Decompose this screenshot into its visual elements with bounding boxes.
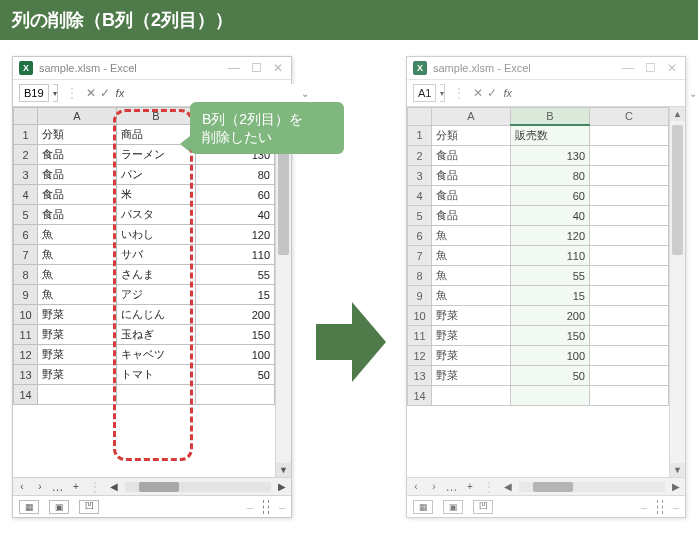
tab-list-menu-button[interactable]: … xyxy=(49,480,67,494)
cell[interactable]: いわし xyxy=(117,225,196,245)
cell[interactable]: 食品 xyxy=(432,146,511,166)
row-header[interactable]: 8 xyxy=(408,266,432,286)
cell[interactable]: 55 xyxy=(196,265,275,285)
row-header[interactable]: 4 xyxy=(14,185,38,205)
cell[interactable]: 50 xyxy=(511,366,590,386)
spreadsheet-grid-before[interactable]: A B C 1分類商品販売数2食品ラーメン1303食品パン804食品米605食品… xyxy=(13,107,275,477)
cell[interactable]: 魚 xyxy=(432,246,511,266)
accept-formula-button[interactable]: ✓ xyxy=(100,86,110,100)
scroll-thumb[interactable] xyxy=(672,125,683,255)
row-header[interactable]: 12 xyxy=(14,345,38,365)
select-all-corner[interactable] xyxy=(14,108,38,125)
formula-bar-expand-icon[interactable]: ⌄ xyxy=(301,88,309,99)
scroll-up-button[interactable]: ▲ xyxy=(670,107,685,121)
row-header[interactable]: 3 xyxy=(408,166,432,186)
cell[interactable]: 200 xyxy=(511,306,590,326)
cell[interactable] xyxy=(38,385,117,405)
horizontal-scrollbar[interactable] xyxy=(519,482,665,492)
cell[interactable]: 150 xyxy=(511,326,590,346)
cell[interactable]: キャベツ xyxy=(117,345,196,365)
row-header[interactable]: 8 xyxy=(14,265,38,285)
page-layout-view-button[interactable]: ▣ xyxy=(443,500,463,514)
cell[interactable]: 110 xyxy=(196,245,275,265)
cell[interactable] xyxy=(590,125,669,146)
cell[interactable]: 米 xyxy=(117,185,196,205)
horizontal-scrollbar[interactable] xyxy=(125,482,271,492)
cell[interactable] xyxy=(590,366,669,386)
window-minimize-button[interactable]: — xyxy=(227,61,241,75)
cell[interactable]: 15 xyxy=(196,285,275,305)
row-header[interactable]: 14 xyxy=(408,386,432,406)
row-header[interactable]: 10 xyxy=(408,306,432,326)
row-header[interactable]: 5 xyxy=(14,205,38,225)
hscroll-right-button[interactable]: ▶ xyxy=(667,481,685,492)
cell[interactable]: パスタ xyxy=(117,205,196,225)
fx-icon[interactable]: fx xyxy=(503,87,512,99)
cell[interactable]: 食品 xyxy=(38,165,117,185)
zoom-slider[interactable] xyxy=(657,500,663,514)
row-header[interactable]: 6 xyxy=(408,226,432,246)
cell[interactable]: 55 xyxy=(511,266,590,286)
cell[interactable]: 魚 xyxy=(432,226,511,246)
cell[interactable] xyxy=(590,166,669,186)
cell[interactable]: 魚 xyxy=(38,245,117,265)
hscroll-right-button[interactable]: ▶ xyxy=(273,481,291,492)
zoom-slider[interactable] xyxy=(263,500,269,514)
fx-icon[interactable]: fx xyxy=(116,87,125,99)
cell[interactable]: 魚 xyxy=(432,266,511,286)
cell[interactable]: 野菜 xyxy=(432,346,511,366)
cell[interactable]: 魚 xyxy=(432,286,511,306)
cell[interactable]: 40 xyxy=(511,206,590,226)
row-header[interactable]: 2 xyxy=(14,145,38,165)
cell[interactable]: サバ xyxy=(117,245,196,265)
spreadsheet-grid-after[interactable]: A B C 1分類販売数2食品1303食品804食品605食品406魚1207魚… xyxy=(407,107,669,477)
cell[interactable]: 食品 xyxy=(38,185,117,205)
row-header[interactable]: 3 xyxy=(14,165,38,185)
cell[interactable]: 40 xyxy=(196,205,275,225)
window-maximize-button[interactable]: ☐ xyxy=(643,61,657,75)
cell[interactable]: 60 xyxy=(196,185,275,205)
normal-view-button[interactable]: ▦ xyxy=(19,500,39,514)
tab-list-menu-button[interactable]: … xyxy=(443,480,461,494)
name-box[interactable]: B19 xyxy=(19,84,49,102)
row-header[interactable]: 12 xyxy=(408,346,432,366)
cell[interactable]: パン xyxy=(117,165,196,185)
tab-scroll-left-button[interactable]: ‹ xyxy=(407,481,425,492)
cell[interactable]: 野菜 xyxy=(432,366,511,386)
cell[interactable]: 野菜 xyxy=(38,365,117,385)
tab-scroll-left-button[interactable]: ‹ xyxy=(13,481,31,492)
cell[interactable] xyxy=(590,266,669,286)
cell[interactable]: 15 xyxy=(511,286,590,306)
column-header-b[interactable]: B xyxy=(117,108,196,125)
tab-scroll-right-button[interactable]: › xyxy=(425,481,443,492)
cell[interactable]: 食品 xyxy=(38,145,117,165)
cell[interactable] xyxy=(590,246,669,266)
cell[interactable] xyxy=(590,306,669,326)
cell[interactable]: 60 xyxy=(511,186,590,206)
cell[interactable]: 120 xyxy=(511,226,590,246)
row-header[interactable]: 13 xyxy=(14,365,38,385)
cell[interactable]: 野菜 xyxy=(38,305,117,325)
cell[interactable] xyxy=(590,386,669,406)
cell[interactable]: さんま xyxy=(117,265,196,285)
cell[interactable]: 食品 xyxy=(38,205,117,225)
window-maximize-button[interactable]: ☐ xyxy=(249,61,263,75)
cell[interactable]: 分類 xyxy=(38,125,117,145)
cell[interactable]: 野菜 xyxy=(38,325,117,345)
row-header[interactable]: 7 xyxy=(14,245,38,265)
cell[interactable] xyxy=(590,146,669,166)
cancel-formula-button[interactable]: ✕ xyxy=(473,86,483,100)
cell[interactable]: 80 xyxy=(511,166,590,186)
cell[interactable]: 130 xyxy=(511,146,590,166)
cell[interactable] xyxy=(590,346,669,366)
name-box[interactable]: A1 xyxy=(413,84,436,102)
name-box-dropdown[interactable]: ▾ xyxy=(440,84,445,102)
row-header[interactable]: 7 xyxy=(408,246,432,266)
column-header-b[interactable]: B xyxy=(511,108,590,126)
cancel-formula-button[interactable]: ✕ xyxy=(86,86,96,100)
scroll-down-button[interactable]: ▼ xyxy=(670,463,685,477)
cell[interactable]: 野菜 xyxy=(38,345,117,365)
new-sheet-button[interactable]: + xyxy=(67,481,85,492)
cell[interactable]: 野菜 xyxy=(432,326,511,346)
page-layout-view-button[interactable]: ▣ xyxy=(49,500,69,514)
